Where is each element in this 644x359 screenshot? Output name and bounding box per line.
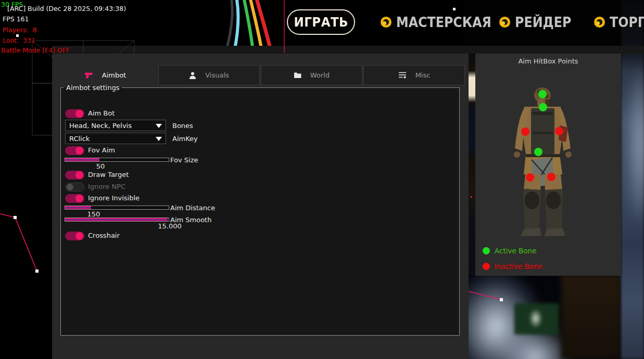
slider-fill [65, 158, 99, 161]
aim-key-label: AimKey [172, 135, 198, 143]
exit-sign-blur [514, 303, 559, 335]
play-button-label: ИГРАТЬ [294, 15, 348, 30]
aim-key-dropdown-value: RClick [66, 135, 90, 143]
inactive-bone-dot [483, 263, 490, 270]
hitbox-points-layer [475, 54, 621, 276]
slider-fill [65, 206, 91, 209]
hud-fps: FPS 161 [3, 16, 29, 23]
menu-item-label: ТОРГО [610, 14, 644, 30]
aim-smooth-slider[interactable] [65, 217, 169, 222]
right-arm-inactive-point [555, 127, 563, 135]
hud-battle-mode: Battle Mode [F4] OFF [1, 47, 70, 54]
right-leg-inactive-point [547, 173, 555, 181]
tab-label: World [310, 71, 330, 79]
aim-smooth-value: 15.000 [158, 222, 182, 230]
fov-aim-row: Fov Aim [65, 145, 84, 155]
ignore-npc-toggle[interactable] [65, 183, 84, 191]
ignore-invisible-label: Ignore Invisible [88, 194, 140, 202]
play-button[interactable]: ИГРАТЬ [287, 9, 355, 35]
crosshair-row: Crosshair [65, 230, 84, 240]
aim-distance-row: Aim Distance 150 [65, 206, 169, 210]
chevron-down-icon [156, 124, 162, 128]
draw-target-row: Draw Target [65, 170, 84, 179]
top-bar-band [52, 46, 644, 54]
crosshair-toggle[interactable] [65, 232, 84, 240]
pistol-icon [84, 72, 93, 79]
crosshair-label: Crosshair [88, 232, 120, 239]
aim-key-dropdown[interactable]: RClick [65, 133, 166, 144]
coin-icon [381, 17, 392, 28]
ignore-invisible-row: Ignore Invisible [65, 193, 84, 203]
toggle-knob [75, 232, 83, 240]
legend-label: Active Bone [495, 247, 536, 255]
group-title: Aimbot settings [64, 84, 122, 92]
aim-bot-row: Aim Bot [65, 108, 84, 118]
menu-item-traders[interactable]: ТОРГО [594, 15, 644, 29]
tab-visuals[interactable]: Visuals [158, 65, 260, 85]
tab-label: Aimbot [102, 71, 126, 79]
hud-players-count: Players: 8 [3, 27, 37, 34]
legend-inactive-bone: Inactive Bone [483, 262, 542, 271]
sliders-icon [398, 71, 407, 79]
fov-size-label: Fov Size [170, 156, 198, 164]
aim-distance-label: Aim Distance [170, 204, 215, 212]
fov-aim-label: Fov Aim [88, 146, 115, 154]
left-arm-inactive-point [521, 127, 529, 136]
person-icon [189, 72, 196, 79]
bones-dropdown[interactable]: Head, Neck, Pelvis [65, 120, 166, 131]
coin-icon [594, 17, 605, 28]
draw-target-toggle[interactable] [65, 171, 84, 179]
tab-label: Misc [415, 71, 431, 79]
background-structure [561, 275, 621, 359]
tab-aimbot[interactable]: Aimbot [52, 65, 158, 85]
aim-smooth-row: Aim Smooth 15.000 [65, 217, 169, 222]
head-active-point [538, 90, 547, 98]
bones-dropdown-value: Head, Neck, Pelvis [66, 122, 132, 130]
aim-bot-label: Aim Bot [88, 109, 115, 117]
neck-active-point [539, 103, 547, 111]
toggle-knob [75, 147, 83, 155]
fov-aim-toggle[interactable] [65, 146, 84, 155]
legend-label: Inactive Bone [495, 262, 542, 271]
aim-distance-slider[interactable] [65, 206, 169, 210]
legend-active-bone: Active Bone [483, 247, 536, 255]
hud-loot-count: Loot: 331 [3, 37, 35, 44]
active-bone-dot [483, 247, 490, 254]
menu-item-label: МАСТЕРСКАЯ [396, 14, 491, 30]
toggle-knob [67, 184, 73, 190]
menu-item-raider[interactable]: РЕЙДЕР [499, 15, 579, 29]
toggle-knob [75, 110, 83, 118]
fov-size-row: Fov Size 50 [65, 158, 169, 162]
background-scene-lower [465, 275, 644, 359]
draw-target-label: Draw Target [88, 171, 129, 178]
folder-icon [294, 72, 301, 79]
aim-key-row: RClick AimKey [65, 133, 166, 144]
hud-build-info: [ARC] Build (Dec 28 2025, 09:43:38) [7, 6, 126, 12]
background-edge-strip [621, 0, 644, 359]
chevron-down-icon [156, 137, 162, 141]
menu-item-label: РЕЙДЕР [515, 14, 571, 30]
tab-misc[interactable]: Misc [363, 65, 465, 85]
tab-label: Visuals [205, 71, 229, 79]
slider-fill [65, 218, 168, 221]
coin-icon [499, 17, 510, 28]
hitbox-panel: Aim HitBox Points [475, 54, 621, 276]
bones-label: Bones [172, 122, 193, 130]
ignore-invisible-toggle[interactable] [65, 194, 84, 203]
aim-bot-toggle[interactable] [65, 109, 84, 118]
ignore-npc-row: Ignore NPC [65, 182, 84, 191]
fov-size-value: 50 [89, 162, 112, 170]
left-leg-inactive-point [526, 173, 534, 182]
toggle-knob [75, 171, 83, 179]
tab-world[interactable]: World [261, 65, 362, 85]
bones-row: Head, Neck, Pelvis Bones [65, 120, 166, 131]
aim-distance-value: 150 [82, 210, 106, 218]
toggle-knob [75, 195, 83, 202]
ignore-npc-label: Ignore NPC [88, 183, 125, 190]
cheat-menu-panel: Aimbot Visuals World Misc Aimbot setting… [52, 54, 469, 359]
rainbow-graphic [224, 0, 286, 52]
menu-item-workshop[interactable]: МАСТЕРСКАЯ [381, 15, 504, 29]
aimbot-settings-group: Aimbot settings Aim Bot Head, Neck, Pelv… [60, 84, 460, 336]
fov-size-slider[interactable] [65, 158, 169, 162]
pelvis-active-point [534, 148, 542, 156]
